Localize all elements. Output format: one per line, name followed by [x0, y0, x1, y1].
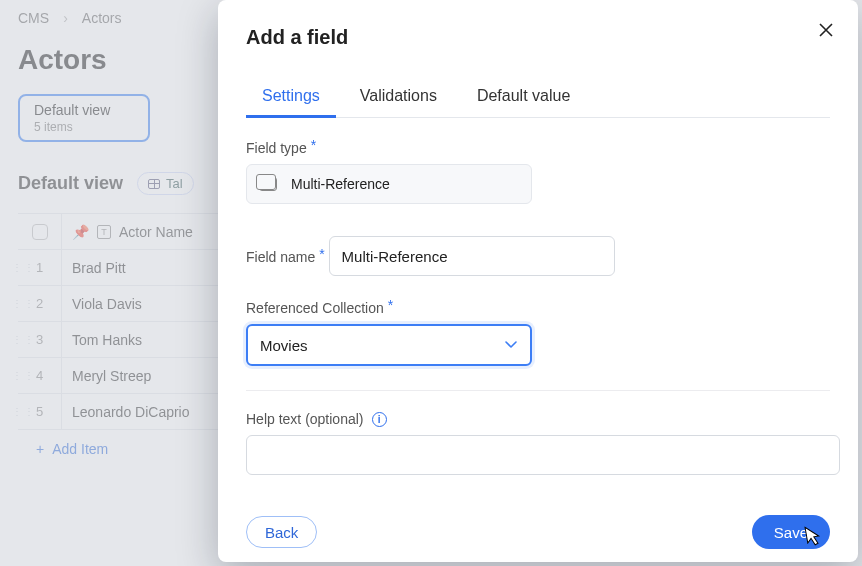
cell-actor-name[interactable]: Brad Pitt	[62, 260, 126, 276]
drag-handle-icon[interactable]: ⋮⋮	[12, 302, 36, 306]
plus-icon: +	[36, 441, 44, 457]
help-text-input[interactable]	[246, 435, 840, 475]
breadcrumb-leaf[interactable]: Actors	[82, 10, 122, 26]
close-button[interactable]	[818, 22, 834, 41]
label-field-type: Field type	[246, 140, 307, 156]
info-icon[interactable]: i	[372, 412, 387, 427]
select-all-checkbox[interactable]	[32, 224, 48, 240]
tab-settings[interactable]: Settings	[262, 75, 320, 117]
drag-handle-icon[interactable]: ⋮⋮	[12, 338, 36, 342]
cell-actor-name[interactable]: Viola Davis	[62, 296, 142, 312]
cell-actor-name[interactable]: Meryl Streep	[62, 368, 151, 384]
save-button[interactable]: Save	[752, 515, 830, 549]
referenced-collection-value: Movies	[260, 337, 308, 354]
field-name-input[interactable]	[329, 236, 615, 276]
modal-title: Add a field	[246, 26, 830, 49]
chevron-right-icon: ›	[63, 10, 68, 26]
breadcrumb-root[interactable]: CMS	[18, 10, 49, 26]
pin-icon: 📌	[72, 224, 89, 240]
text-type-icon: T	[97, 225, 111, 239]
multi-reference-icon	[259, 177, 277, 191]
label-help-text: Help text (optional)	[246, 411, 364, 427]
referenced-collection-select[interactable]: Movies	[246, 324, 532, 366]
table-icon	[148, 179, 160, 189]
field-type-readonly: Multi-Reference	[246, 164, 532, 204]
table-view-name: Default view	[18, 173, 123, 194]
view-count: 5 items	[34, 120, 134, 134]
view-chip-default[interactable]: Default view 5 items	[18, 94, 150, 142]
tab-validations[interactable]: Validations	[360, 75, 437, 117]
column-header-name[interactable]: Actor Name	[119, 224, 193, 240]
field-type-value: Multi-Reference	[291, 176, 390, 192]
add-field-modal: Add a field Settings Validations Default…	[218, 0, 858, 562]
label-referenced-collection: Referenced Collection	[246, 300, 384, 316]
chevron-down-icon	[504, 337, 518, 354]
close-icon	[818, 22, 834, 38]
cell-actor-name[interactable]: Leonardo DiCaprio	[62, 404, 190, 420]
cell-actor-name[interactable]: Tom Hanks	[62, 332, 142, 348]
drag-handle-icon[interactable]: ⋮⋮	[12, 266, 36, 270]
view-name: Default view	[34, 102, 134, 118]
tab-default-value[interactable]: Default value	[477, 75, 570, 117]
layout-chip[interactable]: Tal	[137, 172, 194, 195]
drag-handle-icon[interactable]: ⋮⋮	[12, 374, 36, 378]
label-field-name: Field name	[246, 249, 315, 265]
drag-handle-icon[interactable]: ⋮⋮	[12, 410, 36, 414]
back-button[interactable]: Back	[246, 516, 317, 548]
